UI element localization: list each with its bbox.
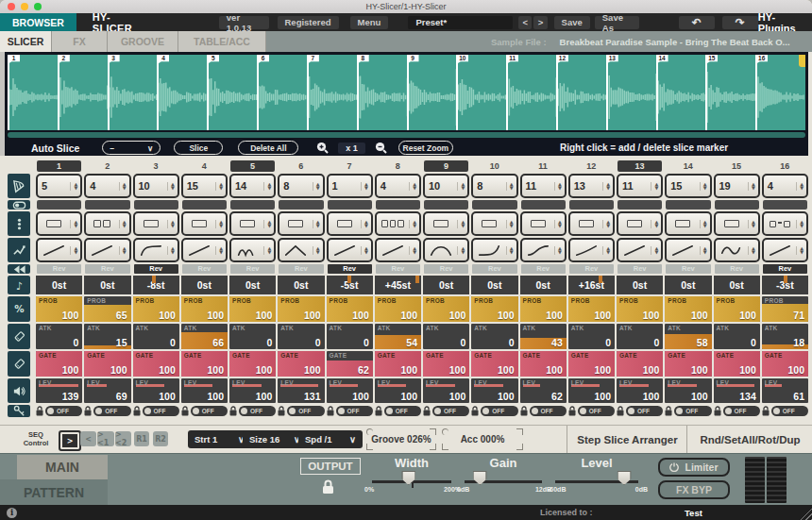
slice-marker-flag[interactable]: 6 [257,55,269,64]
stepper-arrows[interactable]: ▲▼ [263,220,271,228]
pitch-cell[interactable]: 0st [617,276,663,294]
save-button[interactable]: Save [554,16,590,29]
down-arrow-icon[interactable]: ▼ [654,250,658,255]
pitch-cell[interactable]: +45st [375,276,421,294]
step-off-toggle[interactable]: OFF [578,406,615,416]
stepper-arrows[interactable]: ▲▼ [119,182,127,191]
stepper-arrows[interactable]: ▲▼ [313,182,320,191]
pitch-cell[interactable]: -3st [762,276,808,294]
slider-track[interactable] [465,480,542,483]
probability-slider[interactable]: PROB100 [520,296,567,322]
seq-mode-button-R2[interactable]: R2 [153,431,168,446]
padlock-icon[interactable] [36,406,43,416]
probability-slider[interactable]: PROB100 [181,296,228,322]
curve-stepper[interactable]: ▲▼ [278,238,324,262]
mute-toggle[interactable] [424,200,468,210]
curve-stepper[interactable]: ▲▼ [84,238,130,262]
mute-toggle[interactable] [230,200,275,210]
slice-marker-flag[interactable]: 3 [108,55,120,64]
down-arrow-icon[interactable]: ▼ [267,250,271,255]
reverse-toggle[interactable]: Rev [424,264,468,274]
down-arrow-icon[interactable]: ▼ [413,224,416,228]
stepper-arrows[interactable]: ▲▼ [700,220,707,228]
divide-stepper[interactable]: ▲▼ [471,211,517,236]
slice-marker[interactable] [357,55,359,130]
slider-track[interactable] [555,480,638,483]
padlock-icon[interactable] [229,406,237,416]
level-slider[interactable]: LEV100 [375,378,421,403]
stepper-arrows[interactable]: ▲▼ [748,220,755,228]
slice-marker[interactable] [705,55,707,130]
attack-slider[interactable]: ATK43 [520,324,567,349]
prev-preset-button[interactable]: < [518,16,532,29]
divide-stepper[interactable]: ▲▼ [665,211,711,236]
probability-slider[interactable]: PROB100 [617,296,663,322]
padlock-icon[interactable] [278,406,285,416]
down-arrow-icon[interactable]: ▼ [461,186,465,191]
attack-slider[interactable]: ATK66 [181,324,228,349]
stepper-arrows[interactable]: ▲▼ [457,220,465,228]
probability-slider[interactable]: PROB100 [665,296,711,322]
attack-slider[interactable]: ATK58 [665,324,711,349]
down-arrow-icon[interactable]: ▼ [123,250,127,255]
curve-stepper[interactable]: ▲▼ [36,238,82,262]
down-arrow-icon[interactable]: ▼ [364,186,368,191]
attack-slider[interactable]: ATK15 [84,324,130,349]
stepper-arrows[interactable]: ▲▼ [506,220,514,228]
stepper-arrows[interactable]: ▲▼ [651,246,658,255]
slice-button[interactable]: Slice [174,141,223,155]
slice-marker-flag[interactable]: 9 [407,55,419,64]
padlock-icon[interactable] [423,406,431,416]
slice-marker-flag[interactable]: 2 [58,55,70,64]
level-slider[interactable]: LEV100 [181,378,228,403]
curve-stepper[interactable]: ▲▼ [762,238,808,262]
tab-pattern[interactable]: PATTERN [0,479,108,505]
attack-slider[interactable]: ATK0 [133,324,179,349]
menu-button[interactable]: Menu [350,16,389,29]
step-off-toggle[interactable]: OFF [674,406,711,416]
gate-slider[interactable]: GATE62 [327,351,373,377]
level-slider[interactable]: LEV61 [762,378,808,403]
padlock-icon[interactable] [762,406,770,416]
slice-select-stepper[interactable]: 4▲▼ [84,174,130,198]
gate-slider[interactable]: GATE100 [520,351,567,377]
curve-stepper[interactable]: ▲▼ [520,238,567,262]
slice-marker[interactable] [606,55,608,130]
stepper-arrows[interactable]: ▲▼ [796,220,804,228]
slice-marker-flag[interactable]: 12 [556,55,568,64]
padlock-icon[interactable] [617,406,624,416]
down-arrow-icon[interactable]: ▼ [800,250,804,255]
slice-select-stepper[interactable]: 15▲▼ [181,174,228,198]
step-off-toggle[interactable]: OFF [239,406,276,416]
down-arrow-icon[interactable]: ▼ [74,186,77,191]
redo-icon[interactable]: ↷ [722,16,758,29]
slice-select-stepper[interactable]: 11▲▼ [520,174,567,198]
curve-stepper[interactable]: ▲▼ [423,238,469,262]
down-arrow-icon[interactable]: ▼ [510,224,514,228]
tab-main[interactable]: MAIN [17,455,108,479]
mute-toggle[interactable] [376,200,420,210]
down-arrow-icon[interactable]: ▼ [558,224,562,228]
fx-bypass-button[interactable]: FX BYP [658,480,730,499]
step-off-toggle[interactable]: OFF [384,406,421,416]
padlock-icon[interactable] [84,406,92,416]
down-arrow-icon[interactable]: ▼ [413,186,416,191]
stepper-arrows[interactable]: ▲▼ [215,182,223,191]
probability-slider[interactable]: PROB100 [36,296,82,322]
down-arrow-icon[interactable]: ▼ [267,186,271,191]
mute-toggle[interactable] [569,200,614,210]
down-arrow-icon[interactable]: ▼ [654,224,658,228]
step-off-toggle[interactable]: OFF [93,406,130,416]
down-arrow-icon[interactable]: ▼ [703,186,707,191]
slice-marker-flag[interactable]: 5 [207,55,219,64]
slice-select-stepper[interactable]: 14▲▼ [229,174,276,198]
pitch-cell[interactable]: 0st [471,276,517,294]
waveform-scrollbar[interactable] [8,132,805,138]
down-arrow-icon[interactable]: ▼ [219,186,223,191]
stepper-arrows[interactable]: ▲▼ [602,246,610,255]
reverse-toggle[interactable]: Rev [521,264,566,274]
gate-slider[interactable]: GATE100 [762,351,808,377]
gate-slider[interactable]: GATE100 [471,351,517,377]
waveform-display[interactable]: 12345678910111213141516 [8,55,805,130]
slice-marker[interactable] [456,55,458,130]
